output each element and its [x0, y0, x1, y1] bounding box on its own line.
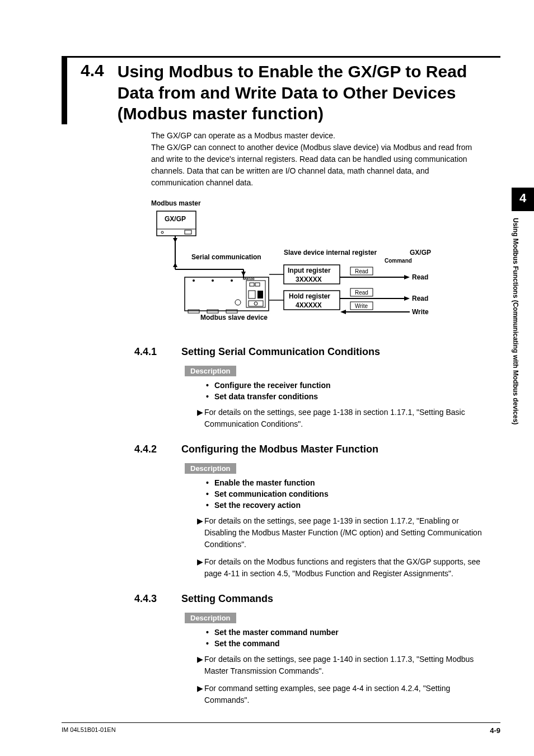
bullet-item: Configure the receiver function — [206, 381, 484, 390]
svg-rect-21 — [226, 310, 237, 313]
subsection-title: Configuring the Modbus Master Function — [181, 444, 378, 455]
diagram-master-label: Modbus master — [151, 199, 201, 207]
svg-text:MW100: MW100 — [243, 277, 255, 281]
bullet-item: Enable the master function — [206, 478, 484, 487]
description-tag: Description — [185, 463, 236, 474]
diagram-read-out-2: Read — [412, 295, 428, 302]
diagram-serial: Serial communication — [191, 253, 261, 261]
svg-marker-6 — [173, 263, 177, 267]
svg-point-22 — [193, 279, 195, 282]
svg-rect-19 — [188, 310, 199, 313]
note-text: For details on the Modbus functions and … — [204, 556, 484, 580]
section-title: Using Modbus to Enable the GX/GP to Read… — [118, 58, 500, 124]
diagram-slave-device: Modbus slave device — [200, 314, 268, 321]
diagram-write: Write — [355, 303, 368, 309]
note-text: For details on the settings, see page 1-… — [204, 654, 484, 677]
diagram-slave-title: Slave device internal register — [284, 249, 377, 256]
note-text: For command setting examples, see page 4… — [204, 683, 484, 706]
modbus-diagram: Modbus master GX/GP Serial communication — [151, 199, 484, 333]
description-tag: Description — [185, 366, 236, 376]
svg-rect-15 — [249, 291, 255, 298]
diagram-write-out: Write — [412, 308, 429, 316]
diagram-input-num: 3XXXXX — [296, 276, 322, 283]
subsection-number: 4.4.3 — [134, 593, 168, 605]
svg-marker-35 — [404, 296, 410, 301]
diagram-hold-num: 4XXXXX — [296, 301, 322, 309]
bullet-item: Set the master command number — [206, 628, 484, 637]
svg-marker-32 — [404, 275, 410, 279]
subsection-title: Setting Serial Communication Conditions — [181, 346, 380, 358]
note-text: For details on the settings, see page 1-… — [204, 407, 484, 430]
svg-point-14 — [235, 300, 241, 305]
note-text: For details on the settings, see page 1-… — [204, 515, 484, 550]
subsection-number: 4.4.2 — [134, 444, 168, 455]
svg-point-2 — [161, 231, 163, 234]
svg-point-24 — [231, 279, 233, 282]
diagram-gxgp-right: GX/GP — [410, 249, 431, 256]
svg-rect-13 — [255, 283, 260, 286]
triangle-icon: ▶ — [197, 683, 203, 694]
diagram-read-out-1: Read — [412, 273, 428, 281]
title-accent-bar — [62, 58, 67, 124]
triangle-icon: ▶ — [197, 407, 203, 418]
diagram-hold-reg: Hold register — [289, 292, 330, 300]
svg-rect-12 — [250, 283, 254, 286]
chapter-number: 4 — [512, 188, 534, 211]
svg-point-23 — [212, 279, 214, 282]
description-tag: Description — [185, 613, 236, 623]
svg-rect-20 — [207, 310, 218, 313]
svg-marker-9 — [241, 272, 246, 276]
svg-rect-16 — [257, 291, 263, 298]
bullet-item: Set data transfer conditions — [206, 392, 484, 401]
subsection-number: 4.4.1 — [134, 346, 168, 358]
diagram-gxgp: GX/GP — [165, 215, 186, 223]
bullet-item: Set the command — [206, 639, 484, 648]
diagram-read-2: Read — [355, 290, 368, 296]
triangle-icon: ▶ — [197, 515, 203, 527]
triangle-icon: ▶ — [197, 556, 203, 568]
subsection-title: Setting Commands — [181, 593, 273, 605]
footer-page-number: 4-9 — [490, 726, 500, 735]
diagram-command: Command — [385, 258, 412, 264]
diagram-input-reg: Input register — [288, 267, 331, 274]
triangle-icon: ▶ — [197, 654, 203, 665]
bullet-item: Set communication conditions — [206, 489, 484, 498]
svg-marker-38 — [340, 310, 346, 314]
svg-marker-5 — [173, 238, 177, 242]
chapter-tab: 4 Using Modbus Functions (Communicating … — [512, 188, 534, 491]
svg-rect-10 — [185, 277, 269, 311]
svg-point-18 — [254, 302, 257, 305]
section-number: 4.4 — [81, 58, 104, 80]
intro-paragraph: The GX/GP can operate as a Modbus master… — [151, 130, 484, 189]
chapter-title-vertical: Using Modbus Functions (Communicating wi… — [512, 211, 527, 491]
bullet-item: Set the recovery action — [206, 501, 484, 510]
footer-doc-id: IM 04L51B01-01EN — [62, 726, 116, 735]
diagram-read-1: Read — [355, 268, 368, 274]
svg-rect-3 — [185, 230, 191, 234]
